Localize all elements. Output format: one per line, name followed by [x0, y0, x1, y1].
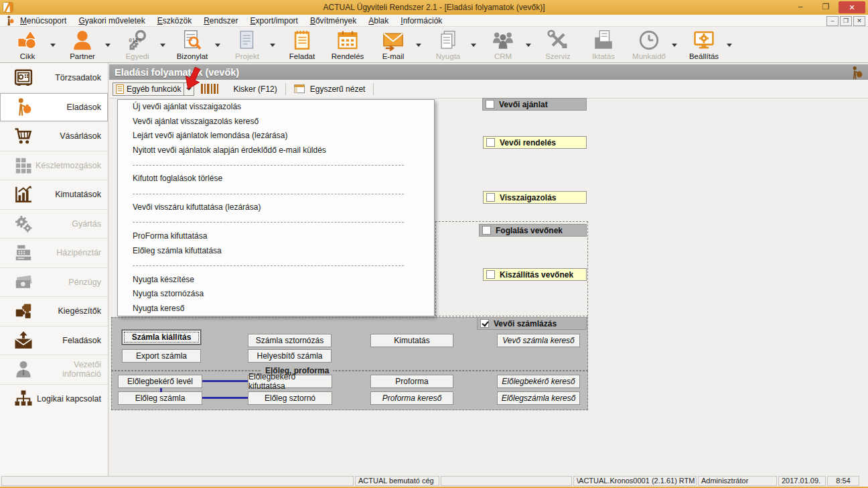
toolbar-button-crm[interactable]: CRM	[480, 27, 534, 60]
eloleg-sztorno-button[interactable]: Előleg sztornó	[248, 391, 332, 405]
menu-bovitmenyek[interactable]: Bővítmények	[310, 16, 356, 25]
mdi-close-button[interactable]: ✕	[853, 16, 865, 26]
proforma-kereso-button[interactable]: Proforma kereső	[370, 391, 453, 405]
calendar-icon	[336, 29, 359, 52]
sidebar-item-vezetoi-informacio[interactable]: Vezetői információ	[0, 355, 108, 384]
mdi-restore-button[interactable]: ❐	[840, 16, 852, 26]
main-toolbar: Cikk Partner 0110 Egyedi	[0, 27, 868, 63]
checkbox-checked[interactable]	[480, 319, 489, 328]
close-button[interactable]: ✕	[839, 1, 865, 13]
sidebar-item-kimutatasok[interactable]: Kimutatások	[0, 180, 108, 209]
menu-export-import[interactable]: Export/import	[250, 16, 298, 25]
helyesbito-szamla-button[interactable]: Helyesbítő számla	[248, 349, 332, 363]
sidebar-item-penzugy[interactable]: Pénzügy	[0, 267, 108, 297]
person-icon	[71, 29, 94, 52]
elolegbekero-kereso-button[interactable]: Előlegbekérő kereső	[497, 375, 580, 388]
toolbar-button-rendeles[interactable]: Rendelés	[324, 27, 370, 60]
toolbar-button-beallitas[interactable]: Beállítás	[680, 27, 735, 60]
menu-item[interactable]: Nyugta kereső	[118, 302, 434, 316]
sidebar-item-gyartas[interactable]: Gyártás	[0, 209, 108, 239]
sidebar-item-logikai-kapcsolat[interactable]: Logikai kapcsolat	[0, 384, 108, 414]
elolegbekero-kifuttatasa-button[interactable]: Előlegbekérő kifuttatása	[248, 375, 332, 388]
menu-item[interactable]: Előleg számla kifuttatása	[118, 244, 434, 259]
status-empty	[1, 476, 354, 486]
toolbar-button-email[interactable]: E-mail	[370, 27, 425, 60]
menu-rendszer[interactable]: Rendszer	[204, 16, 238, 25]
sidebar-item-hazipenztar[interactable]: Házipénztár	[0, 238, 108, 267]
sidebar-item-kiegeszitok[interactable]: Kiegészítők	[0, 296, 108, 326]
panel-vevoi-ajanlat[interactable]: Vevői ajánlat	[482, 98, 587, 111]
panel-visszaigazolas[interactable]: Visszaigazolás	[483, 191, 587, 204]
szamla-kiallitas-button[interactable]: Számla kiállítás	[122, 330, 201, 345]
checkbox[interactable]	[486, 193, 495, 202]
szamla-sztornozas-button[interactable]: Számla sztornózás	[248, 334, 332, 347]
dropdown-arrow-icon[interactable]	[160, 44, 165, 47]
toolbar-button-nyugta[interactable]: Nyugta	[425, 27, 480, 60]
menu-gyakori-muveletek[interactable]: Gyakori műveletek	[78, 16, 145, 25]
toolbar-button-munkaido[interactable]: Munkaidő	[626, 27, 680, 60]
toolbar-separator	[285, 83, 286, 95]
status-bar: ACTUAL bemutató cég \ACTUAL.Kronos0001 (…	[0, 476, 868, 487]
menu-menucsoport[interactable]: Menücsoport	[20, 16, 66, 25]
key-icon: 0110	[126, 29, 149, 52]
minimize-button[interactable]: –	[790, 0, 810, 13]
toolbar-button-cikk[interactable]: Cikk	[4, 27, 59, 60]
menu-eszkozok[interactable]: Eszközök	[157, 16, 192, 25]
dropdown-arrow-icon[interactable]	[672, 44, 677, 47]
dropdown-arrow-icon[interactable]	[270, 44, 275, 47]
menu-item[interactable]: Új vevői ajánlat visszaigazolás	[118, 100, 434, 115]
dropdown-arrow-icon[interactable]	[471, 44, 476, 47]
menu-item[interactable]: Vevői ajánlat visszaigazolás kereső	[118, 115, 434, 129]
menu-item[interactable]: Nyugta sztornózása	[118, 287, 434, 302]
restore-button[interactable]: ❐	[816, 0, 836, 13]
menu-item[interactable]: Kifutott foglalások törlése	[118, 172, 434, 186]
dropdown-arrow-icon[interactable]	[50, 44, 56, 47]
mdi-minimize-button[interactable]: –	[826, 16, 839, 26]
menu-informaciok[interactable]: Információk	[401, 16, 442, 25]
checkbox[interactable]	[486, 100, 494, 109]
toolbar-button-feladat[interactable]: Feladat	[279, 27, 324, 60]
menu-item[interactable]: Vevői visszáru kifuttatása (lezárása)	[118, 200, 434, 215]
menu-item[interactable]: Nyitott vevői ajánlatok alapján érdeklőd…	[118, 143, 434, 158]
checkbox[interactable]	[486, 270, 495, 279]
dropdown-arrow-icon[interactable]	[105, 44, 111, 47]
sidebar-item-eladasok[interactable]: Eladások	[0, 93, 108, 122]
toolbar-button-projekt[interactable]: Projekt	[224, 27, 279, 60]
checkbox[interactable]	[486, 138, 495, 147]
dropdown-arrow-icon[interactable]	[727, 44, 732, 47]
simple-view-button[interactable]: Egyszerű nézet	[287, 84, 372, 94]
toolbar-button-szerviz[interactable]: Szerviz	[534, 27, 580, 60]
dropdown-arrow-icon[interactable]	[416, 44, 421, 47]
email-icon	[382, 29, 405, 52]
menu-item[interactable]: ProForma kifuttatása	[118, 229, 434, 244]
export-szamla-button[interactable]: Export számla	[122, 349, 201, 363]
panel-kiszallitas-vevonek[interactable]: Kiszállítás vevőnek	[483, 268, 587, 281]
status-date: 2017.01.09.	[778, 476, 826, 486]
grid-blocks-icon	[13, 156, 33, 176]
panel-vevoi-rendeles[interactable]: Vevői rendelés	[483, 136, 587, 149]
elolegszamla-kereso-button[interactable]: Előlegszámla kereső	[497, 391, 580, 405]
sidebar-item-feladasok[interactable]: Feladások	[0, 326, 108, 355]
svg-text:0110: 0110	[129, 38, 141, 44]
panel-vevoi-szamlazas[interactable]: Vevői számlázás	[477, 317, 587, 330]
menu-item[interactable]: Nyugta készítése	[118, 273, 434, 288]
proforma-button[interactable]: Proforma	[370, 375, 453, 388]
menu-ablak[interactable]: Ablak	[368, 16, 388, 25]
elolegbekero-level-button[interactable]: Előlegbekérő levél	[118, 375, 202, 388]
vevo-szamla-kereso-button[interactable]: Vevő számla kereső	[497, 334, 580, 347]
checkbox[interactable]	[482, 226, 491, 235]
toolbar-button-partner[interactable]: Partner	[59, 27, 114, 60]
sidebar-item-torzsadatok[interactable]: Törzsadatok	[0, 63, 108, 93]
panel-foglalas-vevonek[interactable]: Foglalás vevőnek	[479, 224, 587, 237]
menu-item[interactable]: Lejárt vevői ajánlatok lemondása (lezárá…	[118, 129, 434, 143]
dropdown-arrow-icon[interactable]	[526, 44, 531, 47]
kisker-button[interactable]: Kisker (F12)	[194, 84, 283, 94]
toolbar-button-egyedi[interactable]: 0110 Egyedi	[114, 27, 169, 60]
sidebar-item-keszletmozgasok[interactable]: Készletmozgások	[0, 151, 108, 180]
dropdown-arrow-icon[interactable]	[215, 44, 220, 47]
toolbar-button-bizonylat[interactable]: Bizonylat	[169, 27, 224, 60]
sidebar-item-vasarlasok[interactable]: Vásárlások	[0, 121, 108, 151]
toolbar-button-iktatas[interactable]: Iktatás	[580, 27, 626, 60]
eloleg-szamla-button[interactable]: Előleg számla	[118, 391, 202, 405]
kimutatas-button[interactable]: Kimutatás	[370, 334, 453, 347]
